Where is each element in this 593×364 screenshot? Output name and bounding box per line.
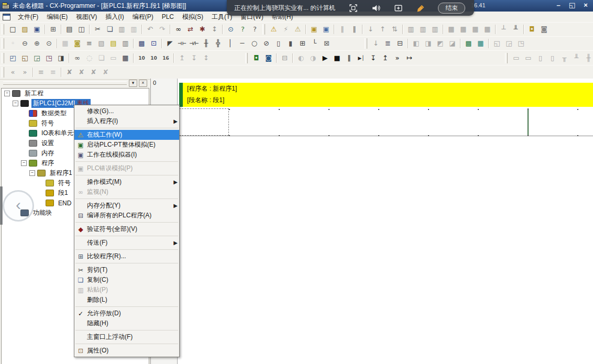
tree-expand-box[interactable] xyxy=(21,150,27,156)
cm-cut[interactable]: ✂ 剪切(T) xyxy=(74,265,179,275)
ladder-view-icon[interactable]: ▤ xyxy=(107,38,119,49)
end-session-button[interactable]: 结束 xyxy=(438,3,465,14)
io-status-icon[interactable]: ▩ xyxy=(463,38,475,49)
tree-expand-box[interactable] xyxy=(38,180,43,186)
indent-left-icon[interactable]: « xyxy=(7,67,19,78)
minimize-button[interactable]: – xyxy=(554,1,563,9)
indent-right-icon[interactable]: » xyxy=(19,67,31,78)
rack-bottom-icon[interactable]: ╨ xyxy=(570,52,583,64)
cm-compile-all-plc-programs[interactable]: ⊟ 编译所有的PLC程序(A) xyxy=(74,211,179,220)
cm-work-online[interactable]: ⚠ 在线工作(W) xyxy=(74,130,179,140)
cm-copy[interactable]: ❏ 复制(C) xyxy=(74,275,179,285)
sim-step-run-icon[interactable]: ▶│ xyxy=(355,52,367,64)
fb-parameter-icon[interactable]: └ xyxy=(309,38,321,49)
program-check-icon[interactable]: ⊟ xyxy=(394,38,406,49)
menu-file[interactable]: 文件(F) xyxy=(14,12,42,23)
panel-grip[interactable] xyxy=(3,81,127,85)
new-contact-icon[interactable]: ⊣⊢ xyxy=(176,38,188,49)
compare-with-plc-icon[interactable]: ⇅ xyxy=(389,24,401,35)
new-vertical-icon[interactable]: │ xyxy=(224,38,236,49)
debug-mode-icon[interactable]: ◑ xyxy=(307,52,319,64)
tree-expand-box[interactable]: − xyxy=(29,170,35,176)
run-mode-icon[interactable]: ◐ xyxy=(295,52,307,64)
help-icon[interactable]: ? xyxy=(237,24,249,35)
delete-row-icon[interactable]: ✘ xyxy=(87,67,100,78)
cm-delete[interactable]: 删除(L) xyxy=(74,295,179,305)
sim-continuous-step-icon[interactable]: » xyxy=(391,52,403,64)
new-or-closed-contact-icon[interactable]: ╬ xyxy=(212,38,224,49)
toolbar-grip[interactable] xyxy=(2,67,4,78)
edit-insert-icon[interactable]: ◪ xyxy=(446,38,458,49)
redo-icon[interactable]: ↷ xyxy=(156,24,168,35)
new-closed-coil-icon[interactable]: ⊘ xyxy=(260,38,272,49)
rack-view-icon[interactable]: ╨ xyxy=(510,24,522,35)
zoom-out-icon[interactable]: ⊖ xyxy=(19,38,31,49)
monitor-icon[interactable]: ▥ xyxy=(405,24,417,35)
tree-expand-box[interactable] xyxy=(38,190,43,196)
rung-comment-icon[interactable]: ◙ xyxy=(71,38,83,49)
cm-work-online-simulator[interactable]: ▣ 工作在线模拟器(I) xyxy=(74,150,179,160)
select-tool-icon[interactable]: ◤ xyxy=(164,38,176,49)
transfer-from-plc-icon[interactable]: ↑ xyxy=(377,24,389,35)
fullscreen-icon[interactable] xyxy=(349,4,358,13)
cm-verify-symbols-all[interactable]: ◆ 验证符号(全部)(V) xyxy=(74,224,179,234)
cross-reference-window-icon[interactable]: ◳ xyxy=(43,52,55,64)
function-block-icon[interactable]: ⊞ xyxy=(296,38,309,49)
rack-split-icon[interactable]: ╫ xyxy=(583,52,593,64)
cm-memory-allocation[interactable]: 内存分配(Y) ▶ xyxy=(74,201,179,211)
toolbar-grip[interactable] xyxy=(2,24,4,35)
undo-icon[interactable]: ↶ xyxy=(144,24,156,35)
open-project-icon[interactable]: ▨ xyxy=(19,24,31,35)
unit-editor-icon[interactable]: ▭ xyxy=(510,52,522,64)
toolbar-grip[interactable] xyxy=(2,53,4,63)
unit-view-icon[interactable]: ▭ xyxy=(522,52,534,64)
ladder-editor[interactable]: 0 [程序名 : 新程序1] [段名称 : 段1] xyxy=(150,79,593,364)
window-switch-icon[interactable] xyxy=(394,4,403,13)
delete-rung-icon[interactable]: ✘ xyxy=(75,67,87,78)
transfer-settings-icon[interactable]: ↓ xyxy=(370,38,382,49)
output-window-icon[interactable]: ❏ xyxy=(95,52,107,64)
window-left-icon[interactable]: ◱ xyxy=(491,38,503,49)
tree-expand-box[interactable] xyxy=(38,200,43,206)
delete-tool-icon[interactable]: ⊠ xyxy=(321,38,333,49)
tree-expand-box[interactable] xyxy=(21,120,27,126)
online-edit-icon[interactable]: ▦ xyxy=(475,38,487,49)
cm-start-plc-pt-simulation[interactable]: ▣ 启动PLC-PT整体模拟(E) xyxy=(74,140,179,150)
rung-list-icon[interactable]: ≡ xyxy=(83,38,95,49)
align-block-icon[interactable]: ≡ xyxy=(47,67,59,78)
io-table-settings-icon[interactable]: ▦ xyxy=(481,24,493,35)
delete-symbol-icon[interactable]: ✘ xyxy=(63,67,75,78)
simulator-window-icon[interactable]: ◙ xyxy=(262,52,274,64)
radix-hex-icon[interactable]: 16 xyxy=(160,52,172,64)
cm-float-on-main-window[interactable]: 主窗口上浮动(F) xyxy=(74,332,179,342)
unit-params-icon[interactable]: ▯ xyxy=(546,52,558,64)
ladder-cursor-cell[interactable] xyxy=(179,108,229,136)
paste-icon[interactable]: ▥ xyxy=(116,24,128,35)
address-reference-icon[interactable]: ▩ xyxy=(136,38,148,49)
simulator-transfer-icon[interactable]: ⊟ xyxy=(279,52,291,64)
search-symbols-icon[interactable]: ✱ xyxy=(196,24,208,35)
address-monitor-icon[interactable]: ▭ xyxy=(107,52,119,64)
io-table-rack-icon[interactable]: ▦ xyxy=(469,24,481,35)
edit-above-icon[interactable]: ◧ xyxy=(410,38,422,49)
section-name-banner[interactable]: [段名称 : 段1] xyxy=(187,94,593,106)
close-button[interactable]: × xyxy=(581,1,590,9)
panel-float-button[interactable]: ▾ xyxy=(129,80,137,87)
cm-allow-docking[interactable]: ✓ 允许停放(D) xyxy=(74,308,179,318)
differential-monitor-icon[interactable]: ▥ xyxy=(417,24,429,35)
tree-expand-box[interactable]: − xyxy=(13,101,18,106)
print-preview-icon[interactable]: ◫ xyxy=(75,24,87,35)
io-table-units-icon[interactable]: ▦ xyxy=(457,24,469,35)
force-on-icon[interactable]: ↥ xyxy=(176,52,188,64)
sim-stop-icon[interactable]: ■ xyxy=(331,52,343,64)
child-window-icon[interactable] xyxy=(3,14,10,20)
rack-top-icon[interactable]: ╥ xyxy=(558,52,570,64)
sim-play-icon[interactable]: ▶ xyxy=(319,52,331,64)
new-closed-contact-icon[interactable]: ⊣⁄⊢ xyxy=(188,38,200,49)
menu-insert[interactable]: 插入(I) xyxy=(101,12,128,23)
data-trace-icon[interactable]: ▥ xyxy=(429,24,441,35)
tree-expand-box[interactable]: − xyxy=(4,91,10,96)
paste-special-icon[interactable]: ▥ xyxy=(128,24,140,35)
radix-signed-decimal-icon[interactable]: 10 xyxy=(148,52,160,64)
menu-edit[interactable]: 编辑(E) xyxy=(42,12,72,23)
